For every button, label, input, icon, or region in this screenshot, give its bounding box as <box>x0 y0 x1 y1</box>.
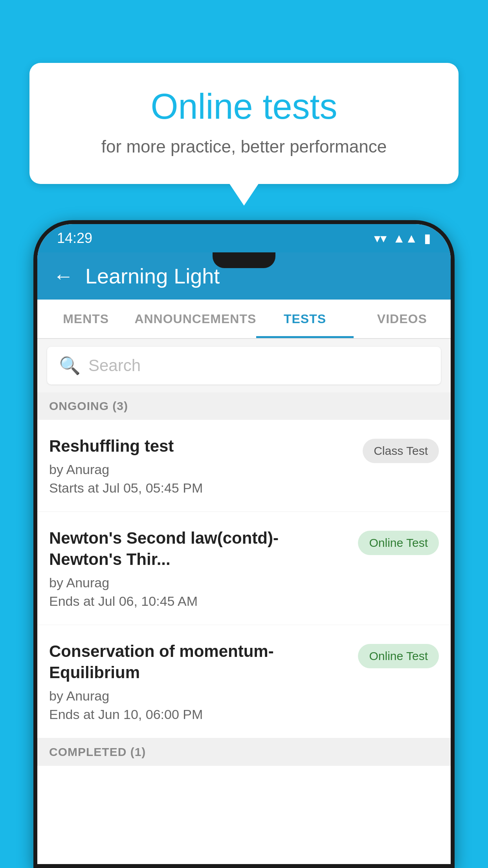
test-badge-online: Online Test <box>358 531 439 555</box>
bubble-subtitle: for more practice, better performance <box>61 137 427 156</box>
test-date: Starts at Jul 05, 05:45 PM <box>49 480 355 496</box>
tab-videos[interactable]: VIDEOS <box>354 300 451 338</box>
battery-icon: ▮ <box>424 231 431 246</box>
phone-screen: 14:29 ▾▾ ▲▲ ▮ ← Learning Light MENTS ANN… <box>37 224 451 864</box>
test-info: Newton's Second law(contd)-Newton's Thir… <box>49 528 350 609</box>
test-by: by Anurag <box>49 462 355 477</box>
tab-announcements[interactable]: ANNOUNCEMENTS <box>134 300 256 338</box>
test-badge-online: Online Test <box>358 644 439 668</box>
search-input[interactable]: Search <box>88 356 141 375</box>
search-input-wrap[interactable]: 🔍 Search <box>47 347 441 384</box>
test-info: Conservation of momentum-Equilibrium by … <box>49 641 350 722</box>
notch <box>213 252 275 268</box>
test-date: Ends at Jul 06, 10:45 AM <box>49 594 350 609</box>
test-name: Conservation of momentum-Equilibrium <box>49 641 350 684</box>
status-icons: ▾▾ ▲▲ ▮ <box>374 231 431 246</box>
speech-bubble: Online tests for more practice, better p… <box>29 63 459 184</box>
test-by: by Anurag <box>49 575 350 590</box>
test-list: Reshuffling test by Anurag Starts at Jul… <box>37 420 451 864</box>
test-item[interactable]: Reshuffling test by Anurag Starts at Jul… <box>37 420 451 512</box>
tab-ments[interactable]: MENTS <box>37 300 134 338</box>
test-name: Newton's Second law(contd)-Newton's Thir… <box>49 528 350 570</box>
test-badge-class: Class Test <box>363 439 439 463</box>
completed-section-header: COMPLETED (1) <box>37 738 451 766</box>
test-item[interactable]: Newton's Second law(contd)-Newton's Thir… <box>37 512 451 625</box>
test-info: Reshuffling test by Anurag Starts at Jul… <box>49 436 355 496</box>
test-by: by Anurag <box>49 688 350 704</box>
signal-icon: ▲▲ <box>393 231 418 246</box>
phone-frame: 14:29 ▾▾ ▲▲ ▮ ← Learning Light MENTS ANN… <box>33 220 455 868</box>
ongoing-section-header: ONGOING (3) <box>37 392 451 420</box>
wifi-icon: ▾▾ <box>374 231 387 246</box>
search-icon: 🔍 <box>59 355 81 376</box>
app-title: Learning Light <box>85 264 220 288</box>
status-time: 14:29 <box>57 230 92 246</box>
test-date: Ends at Jun 10, 06:00 PM <box>49 707 350 722</box>
test-name: Reshuffling test <box>49 436 355 457</box>
tab-tests[interactable]: TESTS <box>256 300 353 338</box>
tabs-bar: MENTS ANNOUNCEMENTS TESTS VIDEOS <box>37 300 451 339</box>
bubble-title: Online tests <box>61 86 427 127</box>
back-button[interactable]: ← <box>53 264 73 288</box>
test-item[interactable]: Conservation of momentum-Equilibrium by … <box>37 625 451 738</box>
status-bar: 14:29 ▾▾ ▲▲ ▮ <box>37 224 451 252</box>
search-container: 🔍 Search <box>37 339 451 392</box>
